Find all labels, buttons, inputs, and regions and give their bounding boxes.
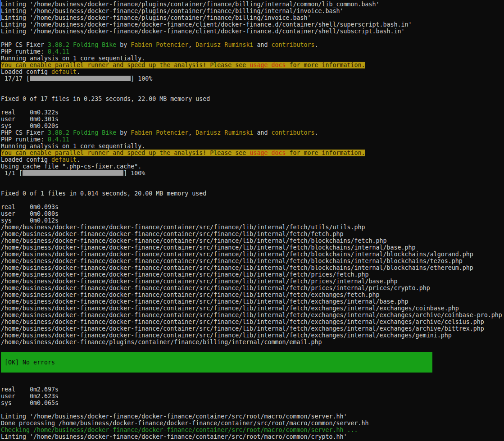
terminal-line: /home/business/docker-finance/docker-fin…: [1, 264, 504, 271]
text-segment: /home/business/docker-finance/docker-fin…: [1, 264, 473, 271]
contributors-label: contributors: [271, 129, 314, 136]
text-segment: ] 100%: [123, 170, 145, 177]
text-segment: by: [116, 41, 131, 48]
terminal-line: PHP CS Fixer 3.88.2 Folding Bike by Fabi…: [1, 129, 504, 136]
author-name: Fabien Potencier: [131, 129, 188, 136]
text-segment: ] 100%: [131, 75, 152, 82]
text-segment: by: [116, 129, 131, 136]
text-segment: Linting '/home/business/docker-finance/p…: [1, 8, 344, 14]
terminal-line: Linting '/home/business/docker-finance/p…: [1, 1, 504, 8]
terminal-line: Linting '/home/business/docker-finance/p…: [1, 8, 504, 14]
text-segment: /home/business/docker-finance/docker-fin…: [1, 325, 484, 332]
checking-message: Checking /home/business/docker-finance/d…: [1, 427, 358, 433]
text-segment: sys 0m0.065s: [1, 400, 59, 406]
terminal-line: /home/business/docker-finance/docker-fin…: [1, 251, 504, 258]
text-segment: PHP CS Fixer: [1, 41, 48, 48]
text-segment: PHP CS Fixer: [1, 129, 48, 136]
terminal-lines: Linting '/home/business/docker-finance/p…: [1, 1, 504, 440]
text-segment: /home/business/docker-finance/docker-fin…: [1, 285, 430, 291]
success-banner-line: [1, 366, 432, 373]
text-segment: Linting '/home/business/docker-finance/d…: [1, 413, 347, 420]
terminal-line: /home/business/docker-finance/docker-fin…: [1, 278, 504, 285]
text-segment: Fixed 0 of 17 files in 0.235 seconds, 22…: [1, 95, 210, 102]
terminal-line: sys 0m0.065s: [1, 400, 504, 406]
text-segment: 1/1 [: [1, 170, 23, 177]
terminal-line: /home/business/docker-finance/docker-fin…: [1, 231, 504, 237]
terminal-line: Linting '/home/business/docker-finance/d…: [1, 413, 504, 420]
text-segment: Linting '/home/business/docker-finance/d…: [1, 21, 412, 28]
text-segment: real 0m2.697s: [1, 386, 59, 393]
text-segment: for more information.: [286, 150, 365, 156]
terminal-line: [1, 406, 504, 413]
warning-banner-line: You can enable parallel runner and speed…: [1, 150, 504, 156]
text-segment: /home/business/docker-finance/docker-fin…: [1, 318, 484, 325]
author-name: Fabien Potencier: [131, 41, 188, 48]
terminal-line: Done processing /home/business/docker-fi…: [1, 420, 504, 427]
success-message: [OK] No errors: [1, 359, 55, 366]
text-segment: .: [77, 156, 80, 163]
text-segment: Done processing /home/business/docker-fi…: [1, 420, 369, 427]
terminal-line: PHP CS Fixer 3.88.2 Folding Bike by Fabi…: [1, 41, 504, 48]
terminal-output[interactable]: Linting '/home/business/docker-finance/p…: [0, 0, 504, 441]
text-segment: ,: [188, 41, 195, 48]
text-segment: for more information.: [286, 62, 365, 68]
text-segment: You can enable parallel runner and speed…: [1, 62, 250, 68]
config-name: default: [51, 68, 77, 75]
text-segment: /home/business/docker-finance/docker-fin…: [1, 298, 409, 305]
terminal-line: Linting '/home/business/docker-finance/d…: [1, 21, 504, 28]
text-segment: .: [315, 41, 318, 48]
terminal-line: Linting '/home/business/docker-finance/d…: [1, 28, 504, 35]
terminal-line: real 0m2.697s: [1, 386, 504, 393]
text-segment: Fixed 0 of 1 files in 0.014 seconds, 20.…: [1, 190, 206, 197]
terminal-line: /home/business/docker-finance/docker-fin…: [1, 285, 504, 291]
terminal-line: PHP runtime: 8.4.11: [1, 48, 504, 55]
text-segment: real 0m0.322s: [1, 109, 59, 116]
progress-bar-fill: [30, 76, 131, 81]
text-segment: sys 0m0.020s: [1, 123, 59, 129]
terminal-line: /home/business/docker-finance/docker-fin…: [1, 271, 504, 278]
terminal-line: [1, 346, 504, 352]
text-segment: Loaded config: [1, 156, 51, 163]
terminal-line: /home/business/docker-finance/docker-fin…: [1, 332, 504, 339]
terminal-line: [1, 102, 504, 109]
terminal-line: user 0m0.080s: [1, 210, 504, 217]
usage-docs-link: usage docs: [250, 62, 286, 68]
terminal-line: real 0m0.093s: [1, 204, 504, 210]
terminal-line: sys 0m0.020s: [1, 123, 504, 129]
progress-bar-fill: [23, 170, 123, 176]
text-segment: and: [253, 129, 271, 136]
text-segment: .: [315, 129, 318, 136]
terminal-line: /home/business/docker-finance/docker-fin…: [1, 258, 504, 264]
progress-bar-line: 1/1 [] 100%: [1, 170, 504, 177]
terminal-line: Linting '/home/business/docker-finance/d…: [1, 433, 504, 440]
text-segment: /home/business/docker-finance/plugins/co…: [1, 339, 322, 346]
author-name: Dariusz Ruminski: [195, 41, 253, 48]
text-segment: Using cache file ".php-cs-fixer.cache".: [1, 163, 141, 170]
terminal-line: real 0m0.322s: [1, 109, 504, 116]
text-segment: /home/business/docker-finance/docker-fin…: [1, 271, 369, 278]
progress-bar-line: 17/17 [] 100%: [1, 75, 504, 82]
terminal-line: [1, 82, 504, 89]
text-segment: sys 0m0.012s: [1, 217, 59, 224]
terminal-line: [1, 35, 504, 41]
terminal-line: PHP runtime: 8.4.11: [1, 136, 504, 143]
text-segment: ,: [188, 129, 195, 136]
terminal-line: Running analysis on 1 core sequentially.: [1, 143, 504, 150]
terminal-line: [1, 373, 504, 379]
text-segment: /home/business/docker-finance/docker-fin…: [1, 305, 459, 312]
text-segment: .: [77, 68, 80, 75]
text-segment: /home/business/docker-finance/docker-fin…: [1, 258, 463, 264]
text-segment: /home/business/docker-finance/docker-fin…: [1, 278, 398, 285]
terminal-line: /home/business/docker-finance/docker-fin…: [1, 325, 504, 332]
left-edge-marker: [0, 0, 1, 21]
text-segment: /home/business/docker-finance/docker-fin…: [1, 237, 387, 244]
text-segment: Linting '/home/business/docker-finance/p…: [1, 14, 311, 21]
author-name: Dariusz Ruminski: [195, 129, 253, 136]
terminal-line: [1, 197, 504, 204]
terminal-line: /home/business/docker-finance/docker-fin…: [1, 291, 504, 298]
warning-banner-line: You can enable parallel runner and speed…: [1, 62, 504, 68]
success-banner-line: [1, 352, 432, 359]
terminal-line: Running analysis on 1 core sequentially.: [1, 55, 504, 62]
terminal-line: /home/business/docker-finance/docker-fin…: [1, 318, 504, 325]
text-segment: and: [253, 41, 271, 48]
